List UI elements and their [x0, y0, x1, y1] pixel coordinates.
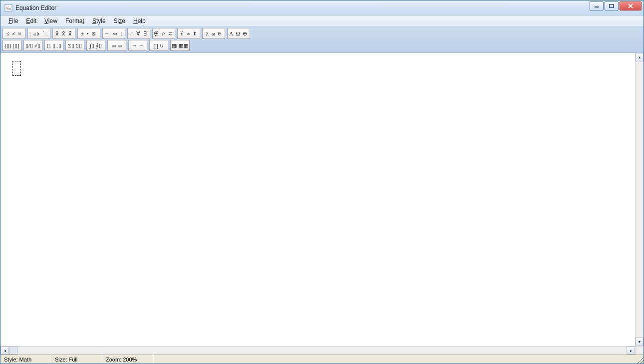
app-icon: √ α — [4, 4, 12, 12]
scroll-thumb[interactable] — [9, 347, 17, 355]
arrows[interactable]: → ⇔ ↓ — [103, 28, 125, 38]
integrals[interactable]: ∫▯ ∮▯ — [87, 40, 105, 50]
maximize-button[interactable] — [605, 1, 619, 10]
scroll-right-button[interactable]: ▸ — [627, 347, 635, 355]
svg-rect-4 — [610, 4, 614, 8]
misc-symbols[interactable]: ∂ ∞ ℓ — [178, 28, 200, 38]
scroll-track-horizontal[interactable] — [17, 347, 627, 355]
scroll-track-vertical[interactable] — [636, 61, 644, 338]
fences[interactable]: (▯) [▯] — [3, 40, 21, 50]
svg-rect-3 — [595, 6, 599, 7]
logical-symbols[interactable]: ∴ ∀ ∃ — [128, 28, 150, 38]
resize-grip[interactable] — [635, 355, 644, 364]
menu-edit[interactable]: Edit — [22, 16, 40, 25]
embellishments[interactable]: x̂ x̄ x̃ — [53, 28, 75, 38]
scroll-down-button[interactable]: ▾ — [636, 338, 644, 346]
spaces-ellipsis[interactable]: ¦ ab ⋱ — [28, 28, 50, 38]
operator-symbols[interactable]: ± • ⊗ — [78, 28, 100, 38]
horizontal-scrollbar[interactable]: ◂ ▸ — [0, 347, 635, 355]
status-size: Size: Full — [51, 355, 102, 364]
menu-help[interactable]: Help — [129, 16, 150, 25]
fractions-radicals[interactable]: ▯/▯ √▯ — [24, 40, 42, 50]
window-title: Equation Editor — [15, 4, 56, 11]
status-zoom: Zoom: 200% — [102, 355, 153, 364]
summation[interactable]: Σ▯ Σ▯ — [66, 40, 84, 50]
relational-symbols[interactable]: ≤ ≠ ≈ — [3, 28, 25, 38]
menu-view[interactable]: View — [40, 16, 61, 25]
matrices[interactable]: ▦ ▦▦ — [171, 40, 189, 50]
set-theory[interactable]: ∉ ∩ ⊂ — [153, 28, 175, 38]
greek-upper[interactable]: Λ Ω ⊕ — [228, 28, 250, 38]
minimize-button[interactable] — [590, 1, 604, 10]
menu-format[interactable]: Format — [61, 16, 88, 25]
scroll-left-button[interactable]: ◂ — [0, 347, 9, 355]
scrollbar-corner — [635, 347, 644, 355]
labeled-arrows[interactable]: → ← — [129, 40, 147, 50]
workspace: ▴ ▾ — [0, 53, 644, 346]
statusbar: Style: Math Size: Full Zoom: 200% — [0, 355, 644, 364]
status-style: Style: Math — [0, 355, 51, 364]
menubar: File Edit View Format Style Size Help — [0, 15, 644, 26]
vertical-scrollbar[interactable]: ▴ ▾ — [635, 53, 644, 346]
equation-canvas[interactable] — [0, 53, 635, 346]
close-button[interactable] — [620, 1, 642, 10]
products[interactable]: ∏ ∪ — [150, 40, 168, 50]
toolbar-area: ≤ ≠ ≈¦ ab ⋱x̂ x̄ x̃± • ⊗→ ⇔ ↓∴ ∀ ∃∉ ∩ ⊂∂… — [0, 26, 644, 53]
titlebar[interactable]: √ α Equation Editor — [0, 0, 644, 15]
menu-style[interactable]: Style — [88, 16, 110, 25]
scroll-up-button[interactable]: ▴ — [636, 53, 644, 61]
sub-super[interactable]: ▯. ▯ .▯ — [45, 40, 63, 50]
bars[interactable]: ▭ ▭ — [108, 40, 126, 50]
equation-insertion-slot[interactable] — [12, 61, 21, 76]
menu-file[interactable]: File — [4, 16, 22, 25]
greek-lower[interactable]: λ ω θ — [203, 28, 225, 38]
menu-size[interactable]: Size — [110, 16, 129, 25]
status-spacer — [153, 355, 635, 364]
horizontal-scrollbar-row: ◂ ▸ — [0, 346, 644, 355]
